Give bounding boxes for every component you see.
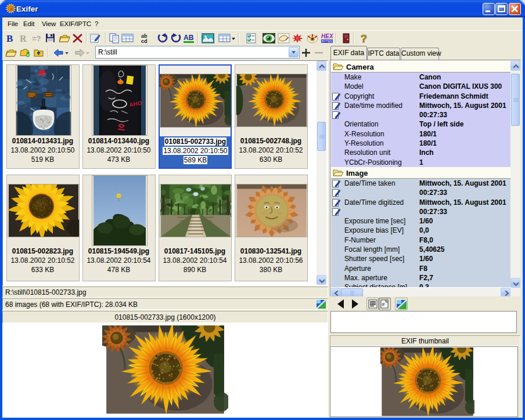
- svg-text:cd: cd: [141, 38, 148, 44]
- svg-text:?: ?: [361, 33, 367, 44]
- svg-text:HEX: HEX: [321, 33, 334, 39]
- svg-text:BYTES: BYTES: [322, 39, 332, 43]
- svg-text:=?: =?: [32, 34, 41, 43]
- svg-text:#: #: [382, 302, 385, 307]
- svg-text:B: B: [6, 33, 13, 44]
- svg-text:AB: AB: [184, 34, 194, 42]
- svg-text:R: R: [20, 34, 27, 44]
